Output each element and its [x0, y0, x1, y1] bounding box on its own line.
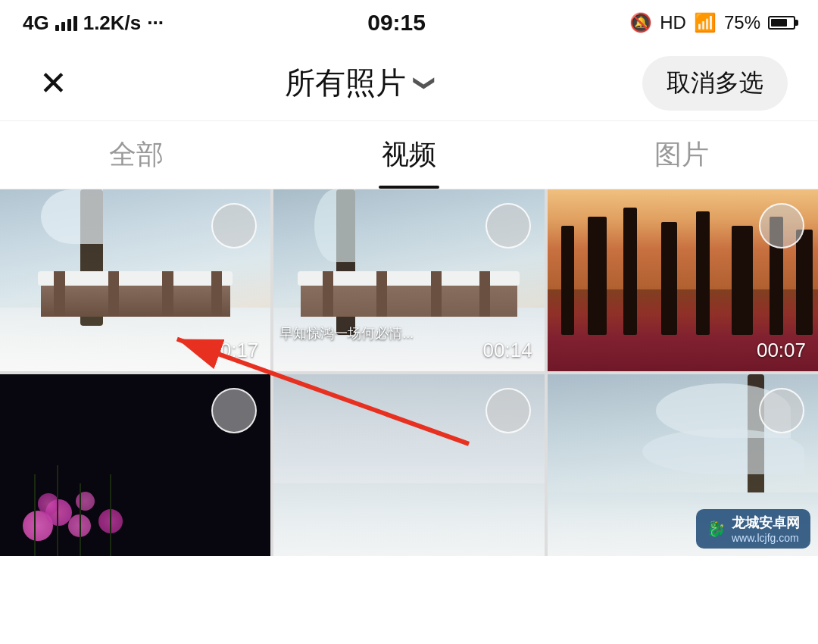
- status-left: 4G 1.2K/s ···: [23, 11, 164, 35]
- close-button[interactable]: ✕: [30, 61, 76, 106]
- selection-circle-3[interactable]: [759, 203, 804, 249]
- duration-label-1: 00:17: [209, 339, 258, 362]
- duration-label-3: 00:07: [757, 339, 806, 362]
- tab-all-label: 全部: [109, 136, 164, 174]
- tab-photo[interactable]: 图片: [545, 121, 818, 189]
- selection-circle-5[interactable]: [485, 388, 531, 433]
- tab-all[interactable]: 全部: [0, 121, 273, 189]
- selection-circle-2[interactable]: [485, 203, 531, 249]
- photo-cell-5[interactable]: [273, 374, 544, 556]
- photo-cell-4[interactable]: [0, 374, 270, 556]
- header: ✕ 所有照片 ❯ 取消多选: [0, 45, 818, 121]
- photo-cell-1[interactable]: 00:17: [0, 189, 270, 371]
- album-name-label: 所有照片: [285, 62, 406, 104]
- tabs-bar: 全部 视频 图片: [0, 121, 818, 189]
- duration-label-2: 00:14: [483, 339, 532, 362]
- tab-video[interactable]: 视频: [273, 121, 545, 189]
- time-label: 09:15: [367, 10, 426, 36]
- battery-icon: [768, 16, 795, 30]
- album-title[interactable]: 所有照片 ❯: [285, 62, 434, 104]
- bell-icon: 🔕: [629, 12, 652, 33]
- selection-circle-1[interactable]: [211, 203, 257, 249]
- grid-container: 00:17 早知惊鸿一场何必情...: [0, 189, 818, 556]
- watermark-site: www.lcjfg.com: [732, 532, 800, 544]
- signal-icon: [55, 14, 77, 31]
- chevron-down-icon: ❯: [413, 74, 438, 92]
- carrier-label: 4G: [23, 11, 49, 35]
- speed-label: 1.2K/s: [83, 11, 142, 35]
- photo-cell-2[interactable]: 早知惊鸿一场何必情... 00:14: [273, 189, 544, 371]
- photo-cell-3[interactable]: 00:07: [548, 189, 818, 371]
- tab-video-label: 视频: [382, 136, 436, 174]
- subtitle-text-2: 早知惊鸿一场何必情...: [279, 324, 414, 342]
- photo-grid: 00:17 早知惊鸿一场何必情...: [0, 189, 818, 556]
- status-bar: 4G 1.2K/s ··· 09:15 🔕 HD 📶 75%: [0, 0, 818, 45]
- tab-photo-label: 图片: [654, 136, 709, 174]
- status-right: 🔕 HD 📶 75%: [629, 12, 795, 33]
- watermark-name: 龙城安卓网: [732, 514, 800, 532]
- close-icon: ✕: [39, 67, 67, 100]
- selection-circle-4[interactable]: [211, 388, 257, 433]
- selection-circle-6[interactable]: [759, 388, 804, 433]
- hd-label: HD: [660, 12, 686, 33]
- cancel-multiselect-button[interactable]: 取消多选: [642, 56, 788, 111]
- watermark: 🐉 龙城安卓网 www.lcjfg.com: [696, 509, 810, 549]
- battery-percent: 75%: [724, 12, 760, 33]
- wifi-icon: 📶: [694, 12, 717, 33]
- dots-label: ···: [147, 11, 164, 35]
